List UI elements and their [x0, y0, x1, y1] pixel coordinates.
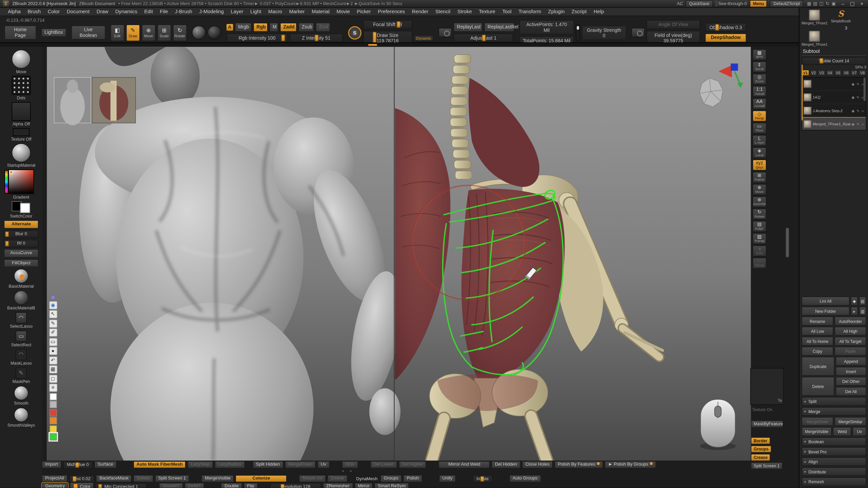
uv-button[interactable]: Uv: [853, 427, 866, 436]
bottom-button[interactable]: ZRemesher: [323, 483, 353, 488]
anno-color-swatch[interactable]: [50, 417, 57, 424]
accucurve-button[interactable]: AccuCurve: [4, 249, 39, 257]
bottom-button[interactable]: Morph UV: [299, 475, 326, 483]
menu-item[interactable]: Render: [412, 9, 429, 14]
close-button[interactable]: ×: [859, 1, 865, 6]
menu-item[interactable]: Layer: [231, 9, 243, 14]
replay-last-rel-button[interactable]: ReplayLastRel: [484, 23, 514, 32]
all-to-target-button[interactable]: All To Target: [834, 337, 866, 346]
variant-tab[interactable]: V1: [802, 70, 809, 76]
subtool-visibility-icons[interactable]: ◉ ✎ ▱: [852, 122, 865, 126]
zcut-button[interactable]: Zcut: [316, 23, 330, 32]
anno-tool-icon[interactable]: ↶: [49, 356, 57, 364]
list-icon-2[interactable]: ▤: [859, 297, 866, 305]
menu-item[interactable]: File: [160, 9, 168, 14]
primary-color-swatch[interactable]: [20, 203, 30, 213]
remesh-section[interactable]: ▸Remesh: [802, 477, 866, 486]
bottom-button[interactable]: Min Connected 1: [96, 483, 147, 488]
a-badge[interactable]: A: [226, 24, 233, 31]
mode-button[interactable]: ◧ Edit: [110, 24, 124, 41]
menu-item[interactable]: Movie: [337, 9, 350, 14]
anno-tool-icon[interactable]: ◉: [49, 301, 57, 309]
menu-item[interactable]: Document: [67, 9, 90, 14]
variant-tab[interactable]: V3: [818, 70, 825, 76]
menu-item[interactable]: Brush: [27, 9, 41, 14]
subtool-row[interactable]: J Anatomy Step-2 ◉ ✎ ▱: [802, 104, 866, 118]
bottom-button[interactable]: Inflate: [473, 475, 493, 483]
subtool-visibility-icons[interactable]: ◉ ✎ ▱: [852, 95, 865, 99]
rail-icon-button[interactable]: xyz Qxyz: [752, 160, 766, 171]
anno-color-swatch[interactable]: [50, 393, 57, 400]
hue-strip[interactable]: [4, 170, 8, 194]
variant-tab[interactable]: V2: [810, 70, 817, 76]
current-brush-slot[interactable]: S SimpleBrush: [831, 9, 851, 23]
all-to-home-button[interactable]: All To Home: [802, 337, 833, 346]
bottom-button[interactable]: Unify: [439, 475, 456, 483]
subtool-row[interactable]: 14강 ◉ ✎ ▱: [802, 91, 866, 104]
dynamic-toggle[interactable]: Dynamic: [414, 35, 433, 41]
bottom-button[interactable]: Split Screen 1: [155, 475, 190, 483]
rail-icon-button[interactable]: ▭ Floor: [752, 123, 766, 134]
brush-picker[interactable]: Move: [12, 49, 31, 74]
rail-icon-button[interactable]: ◎ Zoom: [752, 74, 766, 85]
bottom-button[interactable]: Polish: [403, 475, 422, 483]
mode-button[interactable]: ⊞ Scale: [157, 24, 171, 41]
menu-item[interactable]: Draw: [97, 9, 108, 14]
bottom-button[interactable]: Flip: [244, 483, 258, 488]
bevel-pro-section[interactable]: ▸Bevel Pro: [802, 447, 866, 456]
rail-icon-button[interactable]: ⊞ Frame: [752, 172, 766, 183]
basic-material-b-slot[interactable]: BasicMaterialB: [7, 291, 35, 311]
mode-button[interactable]: ⊕ Move: [142, 24, 156, 41]
fillobject-button[interactable]: FillObject: [4, 259, 39, 267]
bottom-button[interactable]: Del Higher: [399, 461, 427, 469]
bottom-button[interactable]: Color: [70, 482, 94, 488]
rail-icon-button[interactable]: 1:1 Actual: [752, 86, 766, 97]
switch-color[interactable]: SwitchColor: [10, 201, 33, 219]
list-icon-1[interactable]: ◆: [851, 297, 858, 305]
spix-label[interactable]: SPix 3: [855, 65, 866, 69]
menu-item[interactable]: Preferences: [378, 9, 405, 14]
menu-item[interactable]: Material: [312, 9, 330, 14]
zsub-button[interactable]: Zsub: [298, 23, 314, 32]
weld-button[interactable]: Weld: [833, 427, 851, 436]
rgb-button[interactable]: Rgb: [253, 23, 268, 32]
rail-icon-button[interactable]: ◑ Solo: [752, 245, 766, 257]
anno-tool-icon[interactable]: ▭: [49, 338, 57, 346]
menu-item[interactable]: Stencil: [435, 9, 450, 14]
rail-icon-button[interactable]: ↻ Rotate: [752, 208, 766, 220]
menu-item[interactable]: Edit: [144, 9, 153, 14]
subtool-row[interactable]: Merged_TPose1_Ryan_Kingslie ◉ ✎ ▱: [802, 118, 866, 130]
blur-slider[interactable]: Blur 0: [4, 230, 39, 238]
deepshadow-button[interactable]: DeepShadow: [705, 34, 747, 42]
bottom-button[interactable]: Del Hidden: [492, 461, 520, 469]
anno-color-swatch[interactable]: [50, 433, 57, 440]
live-boolean-button[interactable]: Live Boolean: [71, 26, 105, 40]
menu-item[interactable]: Transform: [518, 9, 541, 14]
timeline-strip[interactable]: [0, 42, 868, 47]
new-folder-button[interactable]: New Folder: [802, 307, 849, 316]
alternate-button[interactable]: Alternate: [4, 220, 39, 228]
current-tool[interactable]: Merged_TPose1: [802, 9, 828, 25]
bottom-button[interactable]: Split Hidden: [253, 461, 283, 469]
rail-icon-button[interactable]: ◈ Local: [752, 147, 766, 158]
anno-tool-icon[interactable]: ✐: [49, 328, 57, 337]
mask-lasso-tool[interactable]: ◠ MaskLasso: [11, 349, 32, 366]
del-other-button[interactable]: Del Other: [836, 377, 866, 386]
menu-item[interactable]: Tool: [502, 9, 511, 14]
insert-button[interactable]: Insert: [836, 367, 866, 376]
titlebar-icon[interactable]: ▦: [806, 1, 812, 6]
boolean-section[interactable]: ▸Boolean: [802, 437, 866, 446]
rail-icon-button[interactable]: ⊛ Zoom3D: [752, 196, 766, 207]
maximize-button[interactable]: ▢: [849, 1, 856, 6]
append-button[interactable]: Append: [836, 357, 866, 366]
minimize-button[interactable]: –: [840, 1, 846, 6]
menu-item[interactable]: Alpha: [8, 9, 21, 14]
folder-icon-2[interactable]: ▥: [859, 307, 866, 316]
bottom-button[interactable]: Auto Groups: [509, 475, 541, 483]
bottom-button[interactable]: SDiv: [342, 461, 358, 469]
bottom-button[interactable]: StoreMT: [159, 483, 183, 488]
canvas-scrollbar[interactable]: [785, 227, 789, 258]
bottom-button[interactable]: Auto Mask FiberMesh: [133, 461, 186, 469]
sdiv-stepper[interactable]: « »: [342, 469, 354, 473]
annotation-pen-icon[interactable]: ◆: [51, 294, 55, 300]
